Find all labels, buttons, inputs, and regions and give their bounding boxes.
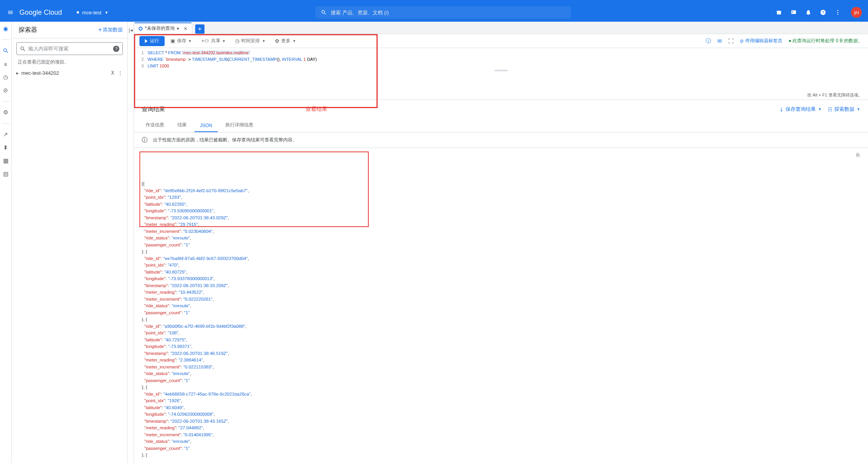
bell-icon[interactable] [804,8,813,17]
new-tab-button[interactable]: + [195,24,205,34]
run-button[interactable]: 运行 [139,36,165,46]
expand-icon[interactable]: ▸ [16,70,19,76]
collapse-explorer-button[interactable]: |◂ [128,22,134,463]
search-icon [20,46,26,52]
help-icon[interactable]: ? [818,8,828,17]
rail-item7-icon[interactable]: ▤ [2,170,10,178]
msg-icon[interactable]: ✉ [717,38,722,44]
results-title: 查询结果 [142,106,165,113]
gift-icon[interactable] [774,8,784,17]
search-icon [321,9,327,15]
info-text: 出于性能方面的原因，结果已被截断。保存查询结果可查看完整内容。 [153,137,297,143]
svg-point-6 [837,10,839,11]
rail-history-icon[interactable]: ◷ [2,73,10,81]
editor-tab[interactable]: *未保存的查询▼ ✕ [135,22,191,34]
svg-point-8 [837,14,839,15]
svg-point-7 [837,12,839,13]
tab-execdetails[interactable]: 执行详细信息 [220,119,259,132]
query-icon [139,27,143,31]
sql-editor[interactable]: 1SELECT * FROM `mec-test-344202.taxiride… [134,48,868,71]
annotation-label: 查看结果 [306,106,327,113]
query-status: ● 此查询运行时将处理 0 B 的数据。 [789,38,863,44]
copy-icon[interactable]: ⎘ [856,152,859,159]
gear-icon: ✿ [275,38,279,44]
rail-item4-icon[interactable]: ↗ [2,131,10,138]
play-icon [145,39,148,43]
save-results-button[interactable]: ⤓保存查询结果▼ [779,106,822,113]
more-icon[interactable] [833,8,842,17]
a11y-hint: 按 Alt + F1 查看无障碍选项。 [807,92,863,98]
share-button[interactable]: +⚇共享▼ [198,36,230,46]
info-icon[interactable]: ⓘ [706,38,711,45]
project-item[interactable]: ▸ mec-test-344202 ⊼ ⋮ [12,69,127,77]
disable-editor-tab-button[interactable]: ⊘停用编辑器标签页 [740,38,782,44]
add-data-button[interactable]: +添加数据 [98,26,123,33]
schedule-button[interactable]: ◷时间安排▼ [231,36,269,46]
rail-item-icon[interactable]: ≡ [2,60,10,68]
tab-json[interactable]: JSON [194,120,218,132]
share-icon: +⚇ [201,38,209,44]
pin-icon[interactable]: ⊼ [111,70,115,76]
tab-results[interactable]: 结果 [172,119,192,132]
project-selector[interactable]: mce-test▼ [73,6,112,19]
rail-workspace-icon[interactable]: ◉ [2,25,10,33]
explorer-search-input[interactable] [28,46,113,52]
svg-text:?: ? [822,10,824,14]
close-tab-icon[interactable]: ✕ [184,26,187,31]
rail-sql-icon[interactable] [2,47,10,55]
rail-item2-icon[interactable]: ⊘ [2,86,10,94]
explorer-note: 正在查看已固定的项目。 [12,59,127,69]
item-more-icon[interactable]: ⋮ [118,70,123,76]
svg-rect-2 [779,10,779,15]
avatar[interactable]: yu [851,7,862,18]
save-button[interactable]: ▣保存▼ [167,36,196,46]
clock-icon: ◷ [235,38,239,44]
fullscreen-icon[interactable]: ⛶ [728,38,734,44]
explorer-title: 探索器 [19,26,37,34]
info-icon: ⓘ [142,136,148,144]
rail-item3-icon[interactable]: ⚙ [2,108,10,116]
console-icon[interactable] [789,8,798,17]
tab-jobinfo[interactable]: 作业信息 [140,119,170,132]
hamburger-icon[interactable] [4,9,17,15]
more-button[interactable]: ✿更多▼ [271,36,300,46]
svg-rect-3 [791,10,796,14]
rail-item5-icon[interactable]: ⬍ [2,144,10,151]
resize-handle[interactable] [495,70,508,71]
json-results[interactable]: ⎘ [{ "ride_id": "de95e6bb-2f18-4ef2-b270… [134,148,868,463]
search-help-icon[interactable]: ? [113,46,119,52]
save-icon: ▣ [170,38,175,44]
rail-item6-icon[interactable]: ▦ [2,157,10,165]
logo: Google Cloud [19,9,62,17]
search-input[interactable] [315,6,571,19]
explore-data-button[interactable]: ☷探索数据▼ [828,106,860,113]
